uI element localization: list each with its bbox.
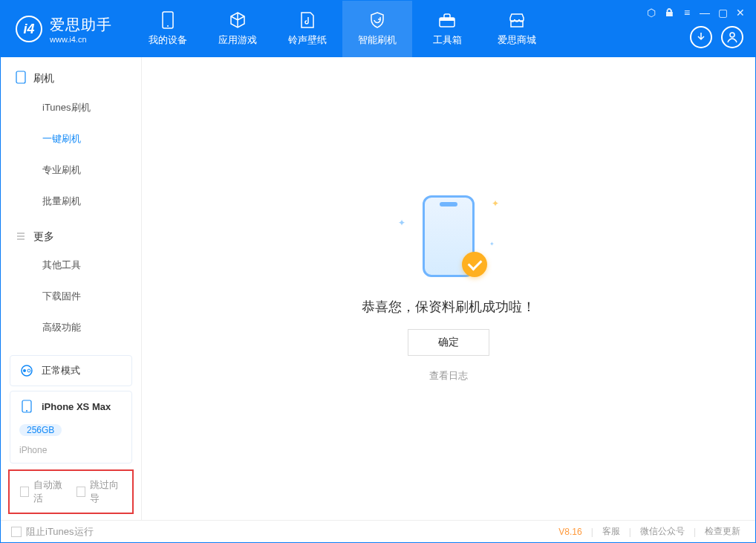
download-button[interactable] [690, 26, 712, 48]
sparkle-icon: ✦ [398, 218, 405, 228]
logo-icon: i4 [16, 16, 42, 42]
brand-subtitle: www.i4.cn [50, 35, 112, 44]
checkbox-skip-guide[interactable]: 跳过向导 [76, 478, 123, 505]
nav-label: 应用游戏 [218, 33, 257, 47]
menu-icon[interactable]: ≡ [681, 7, 693, 19]
footer: 阻止iTunes运行 V8.16 | 客服 | 微信公众号 | 检查更新 [1, 520, 755, 542]
sidebar-item-oneclick-flash[interactable]: 一键刷机 [1, 123, 141, 155]
footer-link-update[interactable]: 检查更新 [700, 525, 745, 538]
device-name: iPhone XS Max [42, 401, 111, 412]
svg-rect-6 [16, 71, 25, 83]
user-button[interactable] [721, 26, 743, 48]
device-card[interactable]: iPhone XS Max 256GB iPhone [10, 391, 132, 464]
nav-label: 爱思商城 [498, 33, 536, 47]
sidebar-section-more: 更多 [1, 217, 141, 250]
nav-label: 工具箱 [433, 33, 462, 47]
device-phone-icon [19, 399, 34, 414]
nav-apps-games[interactable]: 应用游戏 [203, 1, 273, 57]
logo[interactable]: i4 爱思助手 www.i4.cn [1, 15, 127, 44]
main-content: ✦ ✦ ✦ 恭喜您，保资料刷机成功啦！ 确定 查看日志 [142, 57, 755, 520]
header: i4 爱思助手 www.i4.cn 我的设备 应用游戏 铃声壁纸 智能刷机 工具… [1, 1, 755, 57]
maximize-button[interactable]: ▢ [717, 7, 729, 19]
mode-icon [19, 363, 34, 378]
window-controls: ⬡ 🔒︎ ≡ — ▢ ✕ [645, 7, 746, 19]
svg-point-9 [27, 369, 30, 372]
sidebar-item-itunes-flash[interactable]: iTunes刷机 [1, 92, 141, 123]
flash-options: 自动激活 跳过向导 [8, 469, 134, 514]
top-nav: 我的设备 应用游戏 铃声壁纸 智能刷机 工具箱 爱思商城 [133, 1, 552, 57]
footer-link-support[interactable]: 客服 [598, 525, 625, 538]
sidebar-item-advanced[interactable]: 高级功能 [1, 312, 141, 343]
success-illustration: ✦ ✦ ✦ [397, 195, 501, 284]
section-title: 刷机 [33, 72, 54, 85]
svg-point-8 [23, 369, 26, 372]
section-title: 更多 [33, 230, 54, 244]
sidebar: 刷机 iTunes刷机 一键刷机 专业刷机 批量刷机 更多 其他工具 下载固件 … [1, 57, 142, 520]
toolbox-icon [438, 11, 456, 29]
brand-title: 爱思助手 [50, 15, 112, 35]
version-label: V8.16 [558, 527, 581, 537]
sparkle-icon: ✦ [492, 198, 499, 209]
footer-link-wechat[interactable]: 微信公众号 [636, 525, 689, 538]
sidebar-item-download-firmware[interactable]: 下载固件 [1, 281, 141, 312]
checkbox-auto-activate[interactable]: 自动激活 [20, 478, 66, 505]
lock-icon[interactable]: 🔒︎ [663, 7, 675, 19]
nav-label: 我的设备 [149, 33, 187, 47]
shield-refresh-icon [368, 11, 386, 29]
nav-my-device[interactable]: 我的设备 [133, 1, 203, 57]
phone-outline-icon [16, 71, 26, 86]
device-type: iPhone [19, 445, 47, 455]
nav-store[interactable]: 爱思商城 [482, 1, 552, 57]
nav-label: 智能刷机 [358, 33, 397, 47]
list-icon [16, 231, 26, 244]
svg-point-11 [26, 410, 27, 412]
svg-rect-3 [440, 18, 454, 21]
nav-ringtone-wallpaper[interactable]: 铃声壁纸 [273, 1, 342, 57]
sidebar-item-batch-flash[interactable]: 批量刷机 [1, 186, 141, 217]
store-icon [508, 11, 526, 29]
nav-label: 铃声壁纸 [288, 33, 327, 47]
sparkle-icon: ✦ [489, 241, 495, 247]
nav-toolbox[interactable]: 工具箱 [412, 1, 482, 57]
cube-icon [229, 11, 247, 29]
confirm-button[interactable]: 确定 [408, 329, 489, 356]
minimize-button[interactable]: — [699, 7, 711, 19]
music-file-icon [299, 11, 316, 29]
nav-smart-flash[interactable]: 智能刷机 [342, 1, 412, 57]
device-icon [159, 11, 177, 29]
svg-point-5 [730, 33, 734, 37]
sidebar-item-other-tools[interactable]: 其他工具 [1, 250, 141, 281]
shirt-icon[interactable]: ⬡ [645, 7, 657, 19]
svg-point-1 [167, 25, 169, 27]
checkbox-block-itunes[interactable]: 阻止iTunes运行 [11, 525, 94, 539]
success-message: 恭喜您，保资料刷机成功啦！ [362, 298, 535, 316]
device-storage: 256GB [19, 424, 62, 436]
mode-card[interactable]: 正常模式 [10, 355, 132, 386]
checkmark-badge-icon [462, 252, 487, 277]
sidebar-section-flash: 刷机 [1, 57, 141, 92]
view-log-link[interactable]: 查看日志 [429, 369, 468, 383]
close-button[interactable]: ✕ [734, 7, 746, 19]
mode-label: 正常模式 [42, 364, 80, 377]
sidebar-item-pro-flash[interactable]: 专业刷机 [1, 155, 141, 186]
